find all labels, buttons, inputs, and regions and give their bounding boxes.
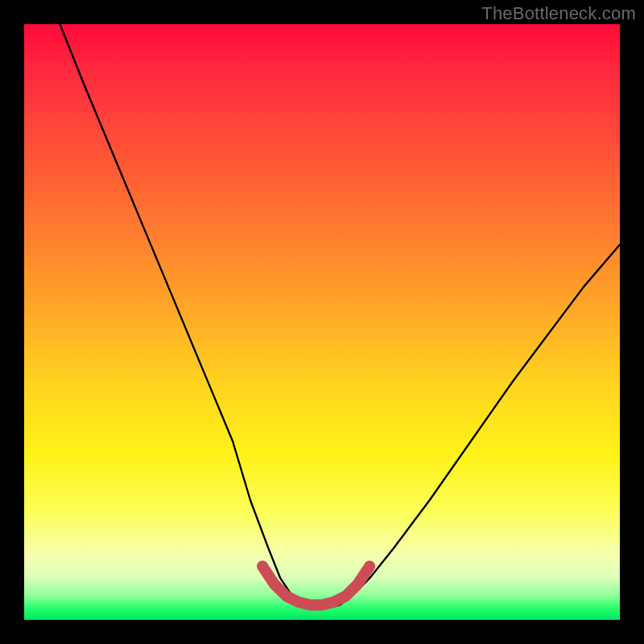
curve-layer xyxy=(24,24,620,620)
bottleneck-curve xyxy=(60,24,620,608)
chart-frame: TheBottleneck.com xyxy=(0,0,644,644)
plot-area xyxy=(24,24,620,620)
watermark-text: TheBottleneck.com xyxy=(481,3,636,24)
